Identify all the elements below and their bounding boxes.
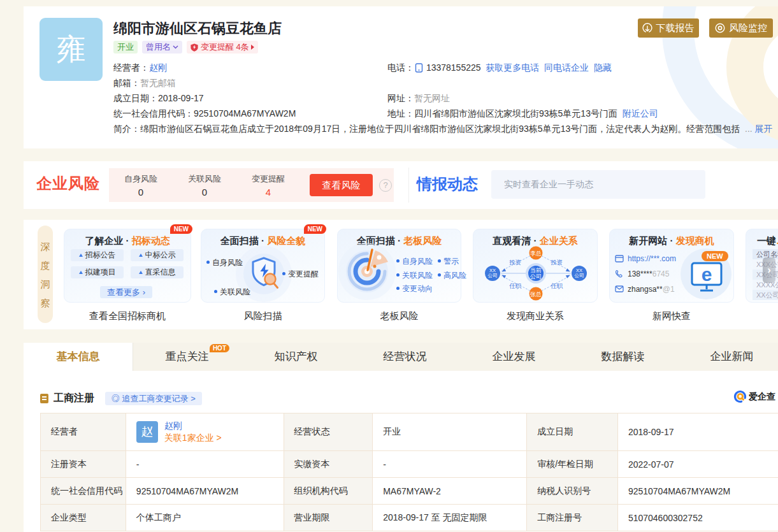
svg-text:投资: 投资	[551, 259, 563, 266]
svg-text:公司: 公司	[488, 273, 498, 278]
svg-text:公司: 公司	[530, 273, 542, 280]
svg-text:公司: 公司	[575, 273, 584, 278]
svg-text:当前: 当前	[530, 267, 542, 273]
svg-text:张总: 张总	[530, 291, 542, 298]
svg-text:投资: 投资	[509, 259, 521, 266]
svg-text:李总: 李总	[530, 250, 542, 257]
svg-text:e: e	[702, 264, 712, 285]
svg-text:任职: 任职	[551, 282, 563, 289]
svg-text:任职: 任职	[509, 282, 522, 289]
